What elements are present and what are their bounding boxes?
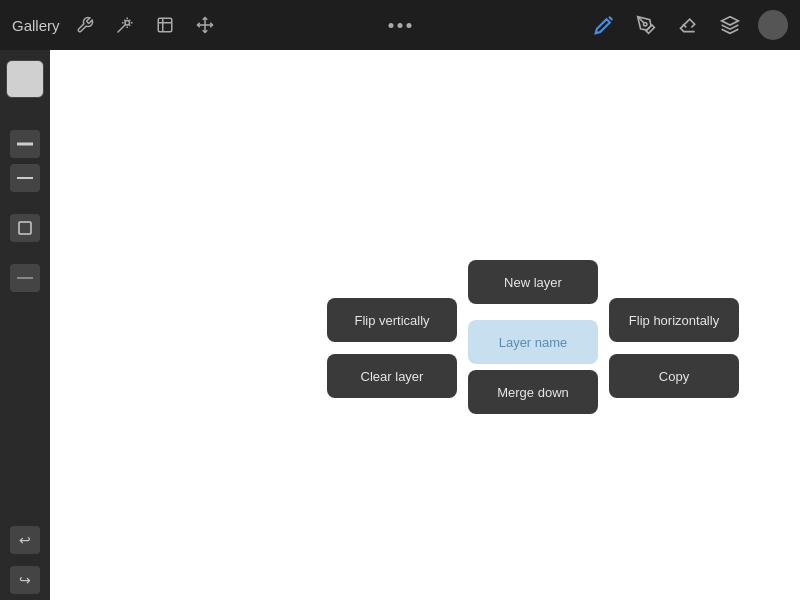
opacity-btn[interactable]	[10, 164, 40, 192]
left-sidebar: ↩ ↪	[0, 50, 50, 600]
clear-layer-button[interactable]: Clear layer	[327, 354, 457, 398]
selection-icon[interactable]	[150, 10, 180, 40]
redo-icon: ↪	[19, 572, 31, 588]
slider-btn[interactable]	[10, 264, 40, 292]
flip-vertically-button[interactable]: Flip vertically	[327, 298, 457, 342]
clear-layer-label: Clear layer	[361, 369, 424, 384]
undo-icon: ↩	[19, 532, 31, 548]
topbar: Gallery	[0, 0, 800, 50]
flip-vertically-label: Flip vertically	[354, 313, 429, 328]
topbar-right	[590, 10, 788, 40]
svg-marker-5	[722, 17, 739, 25]
svg-point-0	[125, 21, 130, 26]
new-layer-label: New layer	[504, 275, 562, 290]
flip-horizontally-button[interactable]: Flip horizontally	[609, 298, 739, 342]
copy-label: Copy	[659, 369, 689, 384]
smudge-tool-icon[interactable]	[632, 11, 660, 39]
topbar-left: Gallery	[12, 10, 220, 40]
gallery-label: Gallery	[12, 17, 60, 34]
square-tool-btn[interactable]	[10, 214, 40, 242]
wrench-icon[interactable]	[70, 10, 100, 40]
pencil-tool-icon[interactable]	[590, 11, 618, 39]
merge-down-label: Merge down	[497, 385, 569, 400]
main-area: ↩ ↪ New layer Flip vertically Flip horiz…	[0, 50, 800, 600]
copy-button[interactable]: Copy	[609, 354, 739, 398]
transform-icon[interactable]	[190, 10, 220, 40]
svg-point-4	[644, 23, 647, 26]
redo-button[interactable]: ↪	[10, 566, 40, 594]
eraser-tool-icon[interactable]	[674, 11, 702, 39]
svg-line-3	[609, 17, 612, 20]
brush-size-btn[interactable]	[10, 130, 40, 158]
canvas-area[interactable]: New layer Flip vertically Flip horizonta…	[50, 50, 800, 600]
undo-button[interactable]: ↩	[10, 526, 40, 554]
color-swatch[interactable]	[6, 60, 44, 98]
merge-down-button[interactable]: Merge down	[468, 370, 598, 414]
topbar-center-dots[interactable]	[389, 23, 412, 28]
new-layer-button[interactable]: New layer	[468, 260, 598, 304]
magic-icon[interactable]	[110, 10, 140, 40]
rename-layer-label: Layer name	[499, 335, 568, 350]
flip-horizontally-label: Flip horizontally	[629, 313, 719, 328]
layers-icon[interactable]	[716, 11, 744, 39]
svg-rect-8	[19, 222, 31, 234]
gallery-button[interactable]: Gallery	[12, 17, 60, 34]
rename-layer-button[interactable]: Layer name	[468, 320, 598, 364]
user-avatar[interactable]	[758, 10, 788, 40]
